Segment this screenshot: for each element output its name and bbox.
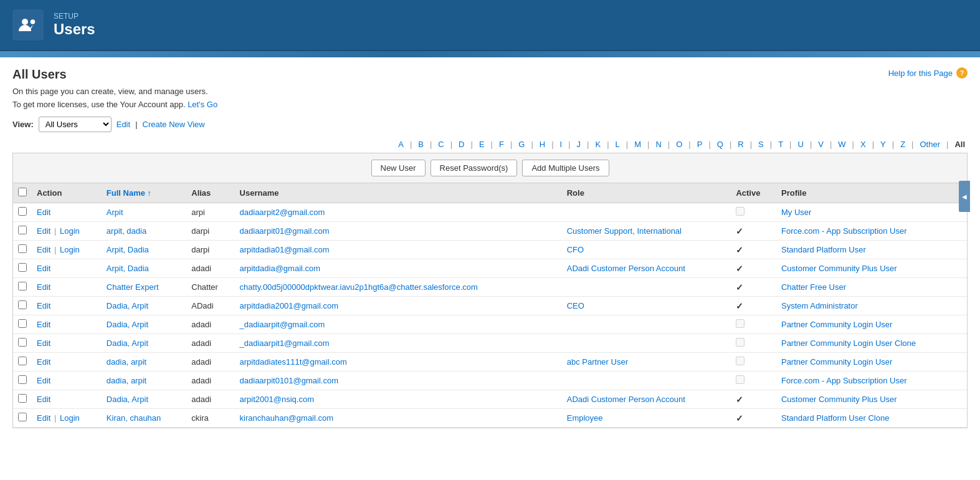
select-all-checkbox[interactable] xyxy=(18,188,27,196)
row-checkbox-3[interactable] xyxy=(18,263,27,272)
alpha-g[interactable]: G xyxy=(516,138,527,150)
add-multiple-users-button[interactable]: Add Multiple Users xyxy=(522,160,609,176)
alpha-j[interactable]: J xyxy=(574,138,584,150)
action-edit-9[interactable]: Edit xyxy=(37,376,50,385)
username-link-11[interactable]: kiranchauhan@gmail.com xyxy=(240,413,334,423)
profile-link-3[interactable]: Customer Community Plus User xyxy=(781,264,897,273)
action-edit-2[interactable]: Edit xyxy=(37,245,50,254)
fullname-link-0[interactable]: Arpit xyxy=(107,208,123,217)
alpha-r[interactable]: R xyxy=(735,138,746,150)
username-link-3[interactable]: arpitdadia@gmail.com xyxy=(240,264,321,273)
alpha-a[interactable]: A xyxy=(396,138,406,150)
fullname-link-8[interactable]: dadia, arpit xyxy=(107,357,146,367)
action-login-2[interactable]: Login xyxy=(60,245,80,254)
alpha-m[interactable]: M xyxy=(632,138,644,150)
profile-link-2[interactable]: Standard Platform User xyxy=(781,245,866,254)
create-new-view-link[interactable]: Create New View xyxy=(143,120,205,129)
alpha-i[interactable]: I xyxy=(558,138,565,150)
username-link-6[interactable]: _dadiaarpit@gmail.com xyxy=(240,320,325,329)
row-checkbox-1[interactable] xyxy=(18,226,27,234)
action-edit-0[interactable]: Edit xyxy=(37,208,50,217)
profile-link-6[interactable]: Partner Community Login User xyxy=(781,320,892,329)
row-checkbox-11[interactable] xyxy=(18,413,27,421)
fullname-link-6[interactable]: Dadia, Arpit xyxy=(107,320,148,329)
action-edit-6[interactable]: Edit xyxy=(37,320,50,329)
alpha-v[interactable]: V xyxy=(816,138,826,150)
action-edit-8[interactable]: Edit xyxy=(37,357,50,367)
fullname-link-3[interactable]: Arpit, Dadia xyxy=(107,264,149,273)
fullname-link-2[interactable]: Arpit, Dadia xyxy=(107,245,149,254)
role-link-2[interactable]: CFO xyxy=(567,245,584,254)
username-link-9[interactable]: dadiaarpit0101@gmail.com xyxy=(240,376,338,385)
action-edit-3[interactable]: Edit xyxy=(37,264,50,273)
profile-link-1[interactable]: Force.com - App Subscription User xyxy=(781,226,907,236)
role-link-1[interactable]: Customer Support, International xyxy=(567,226,682,236)
alpha-d[interactable]: D xyxy=(456,138,467,150)
profile-link-8[interactable]: Partner Community Login User xyxy=(781,357,892,367)
action-edit-5[interactable]: Edit xyxy=(37,301,50,310)
alpha-y[interactable]: Y xyxy=(878,138,888,150)
row-checkbox-7[interactable] xyxy=(18,338,27,347)
row-checkbox-10[interactable] xyxy=(18,394,27,403)
row-checkbox-4[interactable] xyxy=(18,282,27,290)
new-user-button[interactable]: New User xyxy=(371,160,426,176)
fullname-link-11[interactable]: Kiran, chauhan xyxy=(107,413,161,423)
username-link-2[interactable]: arpitdadia01@gmail.com xyxy=(240,245,330,254)
alpha-h[interactable]: H xyxy=(537,138,548,150)
action-edit-4[interactable]: Edit xyxy=(37,282,50,292)
alpha-e[interactable]: E xyxy=(477,138,487,150)
alpha-s[interactable]: S xyxy=(756,138,766,150)
alpha-q[interactable]: Q xyxy=(715,138,726,150)
alpha-p[interactable]: P xyxy=(695,138,705,150)
row-checkbox-5[interactable] xyxy=(18,300,27,309)
sidebar-collapse-button[interactable]: ◀ xyxy=(959,181,970,212)
fullname-link-10[interactable]: Dadia, Arpit xyxy=(107,395,148,404)
alpha-u[interactable]: U xyxy=(795,138,806,150)
username-link-1[interactable]: dadiaarpit01@gmail.com xyxy=(240,226,330,236)
alpha-z[interactable]: Z xyxy=(898,138,908,150)
lets-go-link[interactable]: Let's Go xyxy=(188,100,217,109)
alpha-l[interactable]: L xyxy=(613,138,622,150)
fullname-link-7[interactable]: Dadia, Arpit xyxy=(107,338,148,348)
reset-password-button[interactable]: Reset Password(s) xyxy=(431,160,518,176)
action-edit-10[interactable]: Edit xyxy=(37,395,50,404)
alpha-c[interactable]: C xyxy=(435,138,446,150)
username-link-4[interactable]: chatty.00d5j00000dpktwear.iavu2p1hgt6a@c… xyxy=(240,282,478,292)
alpha-other[interactable]: Other xyxy=(917,138,943,150)
row-checkbox-6[interactable] xyxy=(18,319,27,328)
username-link-5[interactable]: arpitdadia2001@gmail.com xyxy=(240,301,338,310)
alpha-t[interactable]: T xyxy=(776,138,786,150)
alpha-o[interactable]: O xyxy=(673,138,685,150)
username-link-0[interactable]: dadiaarpit2@gmail.com xyxy=(240,208,325,217)
profile-link-5[interactable]: System Administrator xyxy=(781,301,858,310)
fullname-link-1[interactable]: arpit, dadia xyxy=(107,226,146,236)
action-edit-7[interactable]: Edit xyxy=(37,338,50,348)
fullname-link-9[interactable]: dadia, arpit xyxy=(107,376,146,385)
alpha-x[interactable]: X xyxy=(858,138,868,150)
username-link-10[interactable]: arpit2001@nsiq.com xyxy=(240,395,314,404)
role-link-10[interactable]: ADadi Customer Person Account xyxy=(567,395,685,404)
fullname-link-5[interactable]: Dadia, Arpit xyxy=(107,301,148,310)
view-select[interactable]: All Users Active Users Inactive Users xyxy=(39,117,112,132)
alpha-n[interactable]: N xyxy=(653,138,664,150)
role-link-3[interactable]: ADadi Customer Person Account xyxy=(567,264,685,273)
profile-link-4[interactable]: Chatter Free User xyxy=(781,282,846,292)
fullname-link-4[interactable]: Chatter Expert xyxy=(107,282,159,292)
username-link-7[interactable]: _dadiaarpit1@gmail.com xyxy=(240,338,330,348)
profile-link-0[interactable]: My User xyxy=(781,208,811,217)
row-checkbox-0[interactable] xyxy=(18,207,27,216)
profile-link-9[interactable]: Force.com - App Subscription User xyxy=(781,376,907,385)
role-link-11[interactable]: Employee xyxy=(567,413,603,423)
row-checkbox-9[interactable] xyxy=(18,375,27,384)
action-login-1[interactable]: Login xyxy=(60,226,80,236)
alpha-b[interactable]: B xyxy=(416,138,426,150)
alpha-f[interactable]: F xyxy=(497,138,507,150)
role-link-5[interactable]: CEO xyxy=(567,301,584,310)
action-edit-11[interactable]: Edit xyxy=(37,413,50,423)
action-edit-1[interactable]: Edit xyxy=(37,226,50,236)
alpha-w[interactable]: W xyxy=(835,138,848,150)
alpha-all[interactable]: All xyxy=(952,138,968,150)
action-login-11[interactable]: Login xyxy=(60,413,80,423)
alpha-k[interactable]: K xyxy=(593,138,604,150)
profile-link-7[interactable]: Partner Community Login User Clone xyxy=(781,338,916,348)
